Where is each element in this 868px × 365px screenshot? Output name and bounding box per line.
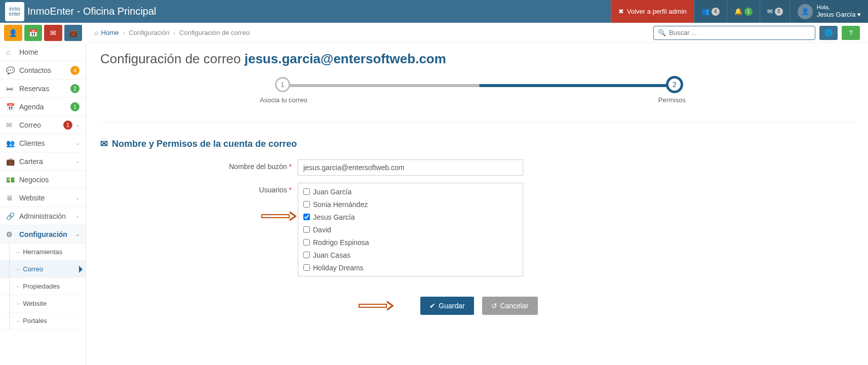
avatar: 👤 [798, 4, 813, 19]
topbar-notifications-button[interactable]: 🔔 1 [727, 0, 760, 23]
logo: inmoenter [5, 2, 24, 21]
users-icon: 👥 [701, 8, 709, 15]
user-icon: 👤 [801, 8, 809, 15]
close-icon: ✖ [618, 8, 624, 15]
notifications-badge: 1 [744, 8, 753, 16]
mail-badge: 8 [775, 8, 783, 16]
bell-icon: 🔔 [734, 8, 742, 15]
user-menu[interactable]: 👤 Hola, Jesus García ▾ [790, 0, 868, 23]
topbar-mail-button[interactable]: ✉ 8 [760, 0, 790, 23]
top-bar: inmoenter InmoEnter - Oficina Principal … [0, 0, 868, 23]
topbar-users-button[interactable]: 👥 4 [694, 0, 727, 23]
back-to-admin-button[interactable]: ✖ Volver a perfil admin [611, 0, 694, 23]
users-badge: 4 [712, 8, 720, 16]
greeting-text: Hola, [817, 4, 861, 11]
chevron-down-icon: ▾ [857, 11, 861, 19]
user-name: Jesus García [817, 11, 856, 18]
app-title: InmoEnter - Oficina Principal [27, 6, 156, 17]
envelope-icon: ✉ [767, 8, 773, 15]
back-to-admin-label: Volver a perfil admin [627, 8, 687, 15]
